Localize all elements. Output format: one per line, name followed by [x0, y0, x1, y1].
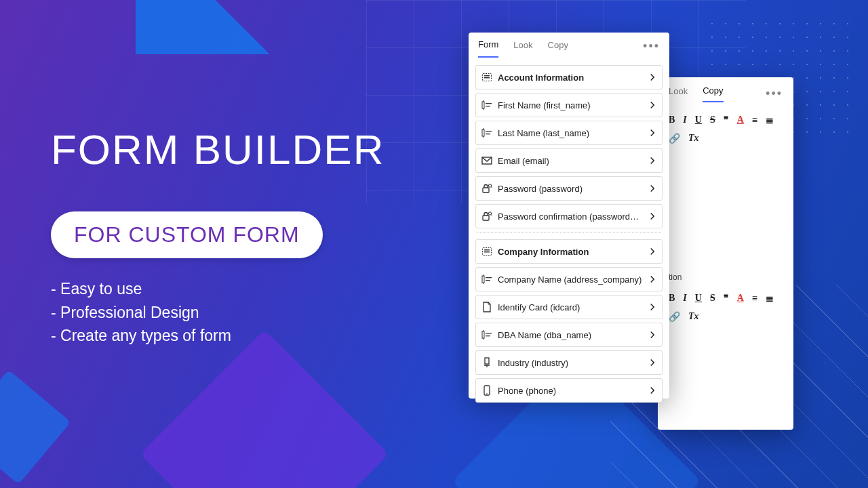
text-color-button-2[interactable]: A — [737, 293, 744, 304]
back-caption-fragment: tion — [669, 272, 785, 282]
bold-button[interactable]: B — [669, 115, 675, 126]
mail-icon — [481, 155, 492, 166]
tab-look[interactable]: Look — [513, 40, 532, 57]
form-field[interactable]: Password confirmation (password_confirma… — [475, 204, 663, 228]
chevron-right-icon — [648, 212, 656, 220]
form-field[interactable]: Password (password) — [475, 176, 663, 201]
field-label: Password confirmation (password_confirma… — [498, 211, 643, 222]
section-header[interactable]: Company Information — [475, 239, 663, 264]
chevron-right-icon — [648, 247, 656, 256]
tab-copy[interactable]: Copy — [548, 40, 568, 57]
chevron-right-icon — [648, 184, 656, 192]
field-label: Industry (industry) — [498, 358, 643, 368]
outdent-button-2[interactable]: ≣ — [766, 293, 774, 304]
form-field[interactable]: Phone (phone) — [475, 378, 663, 403]
tab-look-back[interactable]: Look — [669, 86, 688, 102]
front-tabs: Form Look Copy ••• — [469, 33, 669, 58]
tab-copy-back[interactable]: Copy — [703, 85, 723, 102]
italic-button[interactable]: I — [683, 115, 686, 126]
bullet-1: - Easy to use — [51, 277, 384, 301]
form-field[interactable]: Industry (industry) — [475, 350, 663, 375]
chevron-right-icon — [648, 129, 656, 137]
field-label: Company Information — [498, 247, 643, 257]
promo-stage: FORM BUILDER FOR CUSTOM FORM - Easy to u… — [0, 0, 868, 488]
indent-button[interactable]: ≡ — [752, 115, 757, 126]
hero-subtitle-pill: FOR CUSTOM FORM — [51, 211, 323, 258]
underline-button-2[interactable]: U — [695, 293, 702, 304]
outdent-button[interactable]: ≣ — [766, 115, 774, 126]
rich-text-toolbar-2: B I U S ❞ A ≡ ≣ 🔗 Tx — [666, 286, 785, 329]
chevron-right-icon — [648, 275, 656, 283]
field-label: DBA Name (dba_name) — [498, 330, 643, 340]
chevron-right-icon — [648, 101, 656, 109]
field-label: Password (password) — [498, 184, 643, 194]
field-list: Account InformationFirst Name (first_nam… — [469, 58, 669, 410]
chevron-right-icon — [648, 157, 656, 165]
field-label: Identify Card (idcard) — [498, 302, 643, 312]
quote-button[interactable]: ❞ — [724, 115, 729, 126]
chevron-right-icon — [648, 303, 656, 311]
section-icon — [481, 246, 492, 257]
text-icon — [481, 100, 492, 110]
section-header[interactable]: Account Information — [475, 65, 663, 89]
form-field[interactable]: DBA Name (dba_name) — [475, 323, 663, 347]
doc-icon — [481, 302, 492, 312]
italic-button-2[interactable]: I — [683, 293, 686, 304]
phone-icon — [481, 385, 492, 396]
clear-format-button[interactable]: Tx — [688, 133, 699, 144]
bullet-3: - Create any types of form — [51, 324, 384, 348]
tab-form[interactable]: Form — [478, 39, 498, 58]
form-field[interactable]: Company Name (address_company) — [475, 267, 663, 291]
chevron-right-icon — [648, 359, 656, 367]
form-field[interactable]: First Name (first_name) — [475, 93, 663, 117]
field-label: Email (email) — [498, 156, 643, 166]
hero: FORM BUILDER FOR CUSTOM FORM - Easy to u… — [51, 125, 384, 348]
editor-panel-back: Look Copy ••• B I U S ❞ A ≡ ≣ 🔗 Tx tion … — [658, 77, 793, 430]
field-label: Last Name (last_name) — [498, 128, 643, 138]
form-field[interactable]: Identify Card (idcard) — [475, 295, 663, 319]
decor-square-1 — [0, 369, 71, 484]
decor-square-2 — [140, 329, 389, 488]
field-label: Account Information — [498, 73, 643, 83]
field-label: First Name (first_name) — [498, 100, 643, 110]
section-icon — [481, 72, 492, 83]
clear-format-button-2[interactable]: Tx — [688, 311, 699, 322]
strike-button[interactable]: S — [710, 115, 715, 126]
more-menu-back[interactable]: ••• — [766, 87, 783, 101]
bold-button-2[interactable]: B — [669, 293, 675, 304]
quote-button-2[interactable]: ❞ — [724, 293, 729, 304]
strike-button-2[interactable]: S — [710, 293, 715, 304]
text-icon — [481, 274, 492, 285]
back-tabs: Look Copy ••• — [666, 84, 785, 108]
field-label: Phone (phone) — [498, 386, 643, 396]
link-button[interactable]: 🔗 — [669, 133, 680, 144]
form-builder-panel: Form Look Copy ••• Account InformationFi… — [469, 33, 669, 399]
form-field[interactable]: Last Name (last_name) — [475, 121, 663, 145]
field-label: Company Name (address_company) — [498, 274, 643, 285]
lock-icon — [481, 211, 492, 222]
more-menu[interactable]: ••• — [643, 39, 660, 58]
hero-title: FORM BUILDER — [51, 125, 384, 174]
chevron-right-icon — [648, 331, 656, 339]
text-color-button[interactable]: A — [737, 115, 744, 126]
hero-bullets: - Easy to use - Professional Design - Cr… — [51, 277, 384, 348]
text-icon — [481, 329, 492, 340]
chevron-right-icon — [648, 386, 656, 394]
lock-icon — [481, 183, 492, 194]
link-button-2[interactable]: 🔗 — [669, 311, 680, 322]
text-icon — [481, 127, 492, 138]
chevron-right-icon — [648, 73, 656, 81]
rich-text-toolbar-1: B I U S ❞ A ≡ ≣ 🔗 Tx — [666, 108, 785, 150]
bullet-2: - Professional Design — [51, 301, 384, 325]
form-field[interactable]: Email (email) — [475, 148, 663, 173]
underline-button[interactable]: U — [695, 115, 702, 126]
drop-icon — [481, 357, 492, 368]
indent-button-2[interactable]: ≡ — [752, 293, 757, 304]
